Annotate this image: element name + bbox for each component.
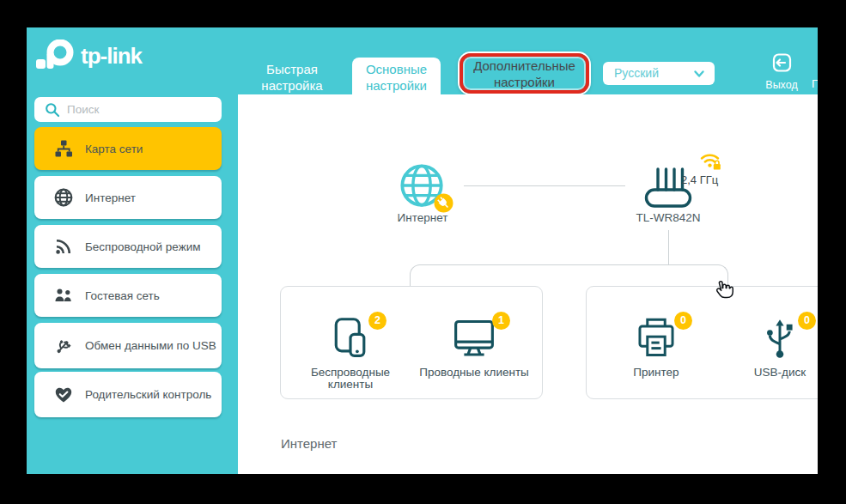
- logo-text: tp-link: [81, 43, 142, 70]
- search-input[interactable]: [34, 97, 222, 122]
- header-item-clipped[interactable]: П: [812, 77, 818, 90]
- wireless-clients-item[interactable]: 2 Беспроводные клиенты: [288, 310, 413, 391]
- globe-icon: [52, 187, 75, 208]
- client-label: Беспроводные клиенты: [288, 367, 413, 391]
- logout-button[interactable]: Выход: [756, 52, 807, 91]
- wan-link-line: [464, 185, 625, 186]
- monitor-icon: 1: [411, 310, 537, 361]
- logout-label: Выход: [756, 79, 807, 91]
- client-label: Проводные клиенты: [411, 367, 537, 379]
- usb-share-icon: [52, 336, 75, 356]
- tablet-phone-icon: 2: [288, 310, 413, 361]
- parental-control-icon: [52, 385, 75, 405]
- printer-item[interactable]: 0 Принтер: [593, 310, 719, 379]
- sidebar-item-label: Интернет: [85, 191, 136, 205]
- sidebar-item-label: Гостевая сеть: [85, 288, 160, 303]
- client-count-badge: 1: [492, 312, 510, 330]
- client-label: Принтер: [593, 367, 719, 379]
- client-label: USB-диск: [717, 367, 818, 379]
- usb-disk-item[interactable]: 0 USB-диск: [717, 310, 818, 379]
- sidebar-item-wireless[interactable]: Беспроводной режим: [34, 225, 222, 268]
- network-map-panel: Интернет 2,4 ГГц TL-WR842N: [238, 94, 818, 474]
- client-count-badge: 0: [798, 312, 816, 330]
- internet-node-label: Интернет: [374, 211, 472, 224]
- section-title: Интернет: [281, 436, 337, 451]
- router-node-label: TL-WR842N: [619, 211, 717, 224]
- logout-icon: [770, 52, 793, 74]
- sidebar-item-parental-control[interactable]: Родительский контроль: [34, 372, 222, 417]
- sidebar-item-internet[interactable]: Интернет: [34, 176, 222, 219]
- sidebar-item-label: Карта сети: [85, 142, 143, 156]
- wifi-band-label: 2,4 ГГц: [681, 173, 741, 186]
- sidebar-item-label: Беспроводной режим: [85, 240, 201, 254]
- guests-icon: [52, 285, 75, 306]
- wireless-icon: [52, 236, 75, 257]
- tp-link-logo-icon: [34, 39, 77, 74]
- sitemap-icon: [52, 138, 75, 159]
- sidebar-item-label: Родительский контроль: [85, 387, 211, 402]
- cursor-hand-icon: [712, 275, 738, 302]
- wifi-2g-icon: [699, 149, 722, 172]
- printer-icon: 0: [593, 310, 719, 361]
- client-count-badge: 0: [674, 312, 692, 330]
- tab-basic-settings[interactable]: Основные настройки: [352, 58, 441, 94]
- sidebar-item-network-map[interactable]: Карта сети: [34, 127, 222, 170]
- client-count-badge: 2: [368, 312, 386, 330]
- connection-plug-badge-icon: [434, 193, 453, 213]
- sidebar-item-usb-sharing[interactable]: Обмен данными по USB: [34, 323, 222, 368]
- clients-card: 2 Беспроводные клиенты 1 Проводные клиен: [280, 286, 543, 399]
- peripherals-card: 0 Принтер: [586, 286, 818, 399]
- router-drop-line: [668, 230, 669, 264]
- usb-icon: 0: [717, 310, 818, 361]
- tab-advanced-label: Дополнительные настройки: [463, 58, 586, 90]
- tab-advanced-settings[interactable]: Дополнительные настройки: [460, 53, 589, 94]
- tab-quick-setup[interactable]: Быстрая настройка: [251, 61, 333, 94]
- router-admin-window: tp-link Быстрая настройка Основные настр…: [27, 27, 818, 474]
- sidebar-item-guest-network[interactable]: Гостевая сеть: [34, 274, 222, 317]
- sidebar-item-label: Обмен данными по USB: [85, 338, 216, 353]
- chevron-down-icon: [692, 67, 706, 81]
- clients-connector-bracket: [410, 264, 728, 287]
- tp-link-logo: tp-link: [34, 38, 206, 76]
- language-value: Русский: [614, 66, 659, 80]
- language-dropdown[interactable]: Русский: [603, 62, 715, 85]
- wired-clients-item[interactable]: 1 Проводные клиенты: [411, 310, 537, 379]
- sidebar-search: [34, 97, 222, 122]
